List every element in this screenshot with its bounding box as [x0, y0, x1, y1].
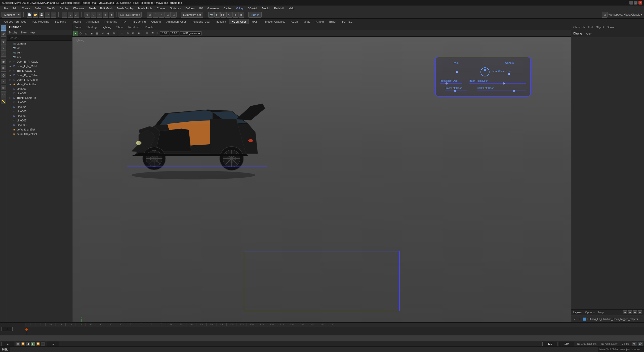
shelf-fx[interactable]: FX	[120, 19, 129, 24]
snap-point-icon[interactable]: •	[159, 12, 165, 18]
outliner-item-line007[interactable]: ⬡ Line007	[7, 118, 72, 123]
outliner-menu-display[interactable]: Display	[8, 31, 18, 34]
vp-xray-icon[interactable]: ⊞	[111, 31, 116, 36]
outliner-item-side[interactable]: 📷 side	[7, 55, 72, 59]
vp-solid-icon[interactable]: ◼	[89, 31, 94, 36]
scale-button[interactable]: ⤢	[1, 51, 6, 57]
outliner-item-trunk-cable-r[interactable]: ▶ ⬡ Trunk_Cable_R	[7, 96, 72, 100]
paint-select-icon[interactable]: 🖌	[74, 12, 79, 18]
anim-tab[interactable]: Anim	[586, 32, 592, 35]
paint-select-button[interactable]: 🖌	[1, 31, 6, 37]
stop-icon[interactable]: ⏹	[238, 12, 244, 18]
render-settings-icon[interactable]: ⚙	[226, 12, 232, 18]
menu-edit-mesh[interactable]: Edit Mesh	[98, 6, 114, 10]
current-frame-display[interactable]	[47, 342, 59, 346]
snap-view-icon[interactable]: □	[171, 12, 177, 18]
workspace-icon[interactable]: ⊞	[602, 12, 608, 18]
undo-icon[interactable]: ↩	[45, 12, 50, 18]
shelf-vray[interactable]: VRay	[301, 19, 313, 24]
step-back-btn[interactable]: ⏪	[21, 342, 25, 346]
shelf-bullet[interactable]: Bullet	[327, 19, 339, 24]
vp-menu-view[interactable]: View	[74, 25, 83, 29]
outliner-item-door-fr-cable[interactable]: ▶ ⬡ Door_F_R_Cable	[7, 64, 72, 68]
current-frame-input[interactable]	[2, 327, 13, 331]
shelf-motion-graphics[interactable]: Motion Graphics	[262, 19, 288, 24]
rotate-tool-icon[interactable]: ↻	[91, 12, 96, 18]
vp-menu-lighting[interactable]: Lighting	[100, 25, 113, 29]
start-frame-input[interactable]	[2, 342, 14, 346]
mel-label[interactable]: MEL	[2, 348, 8, 351]
no-live-surface-button[interactable]: No Live Surface	[118, 12, 142, 18]
shelf-xgen[interactable]: XGen	[288, 19, 301, 24]
vp-menu-shading[interactable]: Shading	[85, 25, 98, 29]
menu-windows[interactable]: Windows	[71, 6, 87, 10]
vp-light-icon[interactable]: ☀	[100, 31, 105, 36]
outliner-item-default-light-set[interactable]: ◉ defaultLightSet	[7, 127, 72, 132]
paint-button[interactable]: ⊡	[1, 85, 6, 90]
shelf-xgen-user[interactable]: XGen_User	[229, 19, 249, 24]
options-tab[interactable]: Options	[585, 311, 595, 314]
menu-mesh-tools[interactable]: Mesh Tools	[136, 6, 154, 10]
symmetry-button[interactable]: Symmetry: Off	[181, 12, 203, 18]
soft-select-button[interactable]: ◉	[1, 59, 6, 64]
outliner-item-line003[interactable]: ⬡ Line003	[7, 100, 72, 105]
loop-toggle-btn[interactable]: ↺	[632, 342, 636, 346]
layers-tab[interactable]: Layers	[573, 311, 582, 314]
open-scene-icon[interactable]: 📂	[33, 12, 38, 18]
vp-texture-icon[interactable]: ▦	[95, 31, 100, 36]
pause-icon[interactable]: ⏸	[232, 12, 238, 18]
render-camera-icon[interactable]: 📷	[208, 12, 214, 18]
vp-frame-all-icon[interactable]: ⊞	[131, 31, 136, 36]
menu-generate[interactable]: Generate	[205, 6, 221, 10]
shelf-fit-caching[interactable]: Fit Caching	[129, 19, 149, 24]
menu-file[interactable]: File	[2, 6, 10, 10]
redo-icon[interactable]: ↪	[51, 12, 56, 18]
menu-select[interactable]: Select	[33, 6, 45, 10]
layers-prev-icon[interactable]: ◀	[628, 310, 632, 314]
vp-display-qual-icon[interactable]: ≡	[119, 31, 125, 36]
outliner-item-door-br-cable[interactable]: ▶ ⬡ Door_B_R_Cable	[7, 59, 72, 64]
outliner-search-bar[interactable]	[7, 35, 72, 41]
mode-dropdown[interactable]: Modeling	[2, 12, 21, 18]
outliner-item-door-bl-cable[interactable]: ▶ ⬡ Door_B_L_Cable	[7, 73, 72, 77]
menu-cache[interactable]: Cache	[221, 6, 233, 10]
vp-isolate-icon[interactable]: ⊡	[125, 31, 130, 36]
save-scene-icon[interactable]: 💾	[39, 12, 44, 18]
edit-label[interactable]: Edit	[588, 26, 593, 29]
vp-shadow-icon[interactable]: ◕	[106, 31, 111, 36]
shelf-turtle[interactable]: TURTLE	[339, 19, 355, 24]
curve-tool-button[interactable]: ⌒	[1, 93, 6, 98]
snap-grid-icon[interactable]: ⊞	[147, 12, 152, 18]
shelf-animation[interactable]: Animation	[84, 19, 102, 24]
channels-label[interactable]: Channels	[573, 26, 585, 29]
outliner-item-line001[interactable]: ⬡ Line001	[7, 86, 72, 91]
color-space-dropdown[interactable]: sRGB gamma	[180, 31, 202, 35]
play-back-btn[interactable]: ◀	[26, 342, 30, 346]
snap-curve-icon[interactable]: ⌒	[153, 12, 158, 18]
command-input[interactable]	[10, 347, 598, 352]
outliner-item-line004[interactable]: ⬡ Line004	[7, 105, 72, 109]
move-tool-icon[interactable]: ✛	[85, 12, 90, 18]
menu-surfaces[interactable]: Surfaces	[168, 6, 183, 10]
shelf-custom[interactable]: Custom	[148, 19, 164, 24]
layer-helpers[interactable]: V P LiXiang_L6_Obsidian_Black_Rigged_hel…	[571, 316, 644, 322]
menu-mesh-display[interactable]: Mesh Display	[115, 6, 136, 10]
scale-tool-icon[interactable]: ⤢	[97, 12, 102, 18]
outliner-item-camera[interactable]: 📷 camera	[7, 41, 72, 46]
display-tab[interactable]: Display	[573, 32, 582, 35]
outliner-item-default-object-set[interactable]: ◉ defaultObjectSet	[7, 132, 72, 136]
shelf-poly-modeling[interactable]: Poly Modeling	[29, 19, 52, 24]
outliner-item-line005[interactable]: ⬡ Line005	[7, 109, 72, 114]
show-manip-button[interactable]: ⊞	[1, 65, 6, 70]
lasso-icon[interactable]: ⊙	[68, 12, 73, 18]
vp-menu-show[interactable]: Show	[115, 25, 125, 29]
outliner-menu-show[interactable]: Show	[19, 31, 28, 34]
shelf-polygons-user[interactable]: Polygons_User	[189, 19, 213, 24]
sculpt-button[interactable]: ≡	[1, 79, 6, 84]
outliner-item-front[interactable]: 📷 front	[7, 50, 72, 55]
minimize-button[interactable]: –	[629, 1, 633, 5]
render-sequence-icon[interactable]: ▶▶	[220, 12, 226, 18]
menu-help[interactable]: Help	[287, 6, 297, 10]
gamma-input[interactable]	[170, 31, 179, 35]
menu-create[interactable]: Create	[20, 6, 32, 10]
